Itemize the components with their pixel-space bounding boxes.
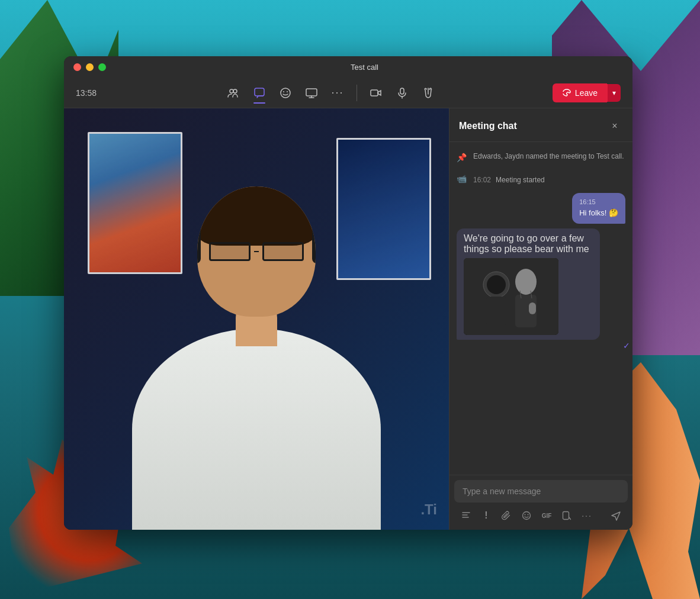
system-message-rename: 📌 Edwards, Jaydn named the meeting to Te…	[457, 149, 625, 167]
chat-header: Meeting chat ×	[449, 108, 632, 142]
chat-more-button[interactable]: ···	[577, 506, 596, 525]
leave-phone-icon	[562, 88, 571, 98]
svg-point-1	[233, 89, 237, 93]
more-icon: ···	[331, 86, 343, 99]
content-area: .Ti Meeting chat × 📌 Edwards, Jaydn name…	[64, 108, 632, 530]
person-glasses	[209, 240, 304, 263]
share-button[interactable]	[300, 81, 323, 105]
video-feed: .Ti	[64, 108, 449, 530]
svg-point-0	[230, 89, 233, 93]
chat-button[interactable]	[248, 81, 271, 105]
video-area: .Ti	[64, 108, 449, 530]
meeting-started-label: Meeting started	[496, 176, 545, 184]
send-button[interactable]	[606, 506, 625, 525]
svg-point-4	[283, 91, 284, 92]
svg-point-21	[525, 514, 526, 516]
video-call-icon: 📹	[457, 174, 468, 186]
person-head	[197, 186, 316, 317]
leave-button[interactable]: Leave	[553, 83, 607, 102]
chat-panel-title: Meeting chat	[459, 121, 517, 131]
toolbar-divider	[357, 85, 357, 101]
meeting-started-message: 📹 16:02 Meeting started	[457, 172, 625, 188]
svg-point-3	[281, 88, 290, 98]
gif-button[interactable]: GIF	[537, 506, 556, 525]
svg-point-15	[515, 269, 537, 295]
leave-dropdown-button[interactable]: ▾	[607, 84, 621, 102]
outgoing-message-container: 16:15 Hi folks! 🤔	[457, 193, 625, 224]
chat-input-box[interactable]	[454, 480, 628, 503]
svg-rect-2	[255, 88, 264, 96]
system-text-rename: Edwards, Jaydn named the meeting to Test…	[473, 152, 624, 162]
sticker-button[interactable]	[557, 506, 576, 525]
message-read-icon: ✓	[623, 341, 630, 350]
chat-close-button[interactable]: ×	[606, 118, 623, 134]
send-icon	[611, 510, 621, 521]
format-button[interactable]	[457, 506, 476, 525]
participants-button[interactable]	[221, 81, 245, 105]
outgoing-message-bubble: 16:15 Hi folks! 🤔	[572, 193, 625, 224]
leave-chevron-icon: ▾	[612, 89, 616, 97]
sticker-icon	[562, 511, 571, 520]
svg-point-13	[487, 275, 506, 294]
leave-label: Leave	[575, 88, 598, 98]
raise-hand-icon	[422, 87, 434, 99]
svg-point-5	[287, 91, 288, 92]
format-icon	[461, 511, 471, 520]
chat-input-toolbar: !	[454, 506, 628, 525]
camera-icon	[370, 87, 382, 99]
svg-rect-6	[306, 89, 317, 96]
outgoing-time: 16:15	[579, 198, 618, 207]
chat-panel: Meeting chat × 📌 Edwards, Jaydn named th…	[449, 108, 632, 530]
title-bar: Test call	[64, 56, 632, 78]
toolbar-center: ···	[111, 81, 550, 105]
app-window: Test call 13:58	[64, 56, 632, 530]
meeting-started-time: 16:02	[473, 176, 491, 184]
svg-rect-19	[529, 302, 536, 314]
toolbar: 13:58	[64, 78, 632, 108]
reactions-button[interactable]	[274, 81, 297, 105]
window-minimize-button[interactable]	[86, 63, 94, 71]
window-maximize-button[interactable]	[98, 63, 106, 71]
call-timer: 13:58	[76, 88, 111, 98]
headphone-left	[197, 216, 201, 263]
attach-icon	[502, 511, 511, 520]
window-title: Test call	[106, 63, 623, 72]
svg-rect-14	[486, 297, 506, 326]
svg-point-20	[523, 512, 531, 520]
mic-icon	[396, 87, 408, 99]
chat-icon	[253, 87, 265, 99]
chat-message-input[interactable]	[463, 487, 619, 496]
outgoing-text: Hi folks! 🤔	[579, 208, 618, 218]
svg-rect-11	[464, 258, 558, 335]
raise-hand-button[interactable]	[416, 81, 440, 105]
more-button[interactable]: ···	[326, 81, 349, 105]
incoming-text: We're going to go over a few things so p…	[464, 233, 593, 255]
incoming-message-container: We're going to go over a few things so p…	[457, 228, 625, 340]
window-close-button[interactable]	[73, 63, 81, 71]
chat-input-area: !	[449, 475, 632, 530]
window-controls	[73, 63, 106, 71]
person-hair	[197, 186, 316, 246]
svg-rect-8	[400, 88, 404, 94]
urgent-button[interactable]: !	[477, 506, 496, 525]
svg-rect-7	[371, 90, 378, 96]
mic-button[interactable]	[390, 81, 414, 105]
emoji-button[interactable]	[517, 506, 536, 525]
message-image-inner	[464, 258, 558, 335]
share-icon	[306, 87, 317, 99]
pin-icon: 📌	[457, 153, 468, 165]
headphone-right	[312, 216, 316, 263]
svg-point-22	[528, 514, 529, 516]
camera-button[interactable]	[364, 81, 388, 105]
participants-icon	[227, 87, 239, 99]
person-container	[64, 108, 449, 530]
message-image	[464, 258, 558, 335]
message-image-svg	[464, 258, 558, 335]
attach-button[interactable]	[497, 506, 516, 525]
reactions-icon	[280, 87, 291, 99]
svg-rect-23	[563, 512, 569, 520]
incoming-message-bubble: We're going to go over a few things so p…	[457, 228, 600, 340]
chat-messages: 📌 Edwards, Jaydn named the meeting to Te…	[449, 142, 632, 475]
emoji-icon	[522, 511, 531, 520]
person-body	[132, 329, 381, 530]
